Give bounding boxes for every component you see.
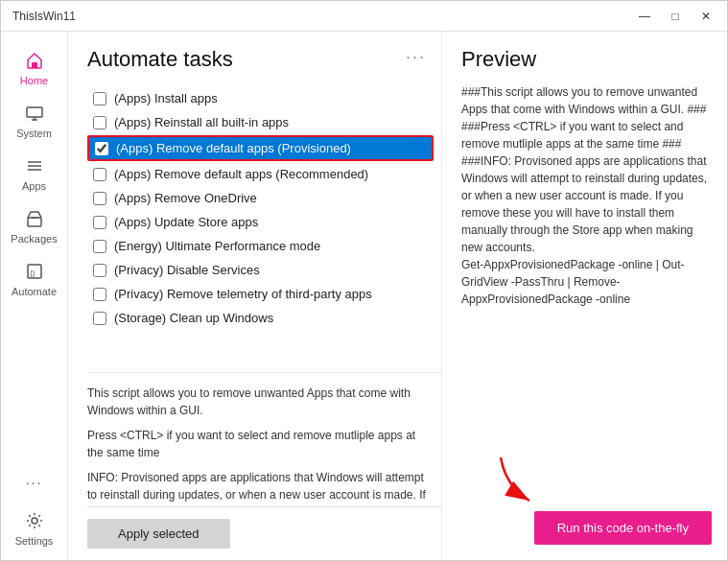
main-layout: Home System — [1, 32, 727, 560]
left-panel-header: Automate tasks ··· — [87, 47, 441, 72]
task-checkbox-install-apps[interactable] — [93, 92, 106, 105]
task-item-install-apps[interactable]: (Apps) Install apps — [87, 87, 434, 109]
task-label-remove-default-recommended: (Apps) Remove default apps (Recommended) — [114, 167, 368, 181]
task-checkbox-ultimate-performance[interactable] — [93, 240, 106, 253]
sidebar-label-system: System — [16, 128, 52, 139]
task-checkbox-remove-default-recommended[interactable] — [93, 168, 106, 181]
sidebar-item-apps[interactable]: Apps — [1, 145, 67, 198]
task-item-remove-default-provisioned[interactable]: (Apps) Remove default apps (Provisioned) — [87, 135, 434, 161]
content-area: Automate tasks ··· (Apps) Install apps (… — [68, 32, 727, 560]
task-label-reinstall-builtin: (Apps) Reinstall all built-in apps — [114, 115, 289, 129]
sidebar-label-apps: Apps — [22, 180, 46, 192]
description-para1: This script allows you to remove unwante… — [87, 385, 426, 419]
content-inner: Automate tasks ··· (Apps) Install apps (… — [68, 32, 727, 560]
task-item-remove-onedrive[interactable]: (Apps) Remove OneDrive — [87, 187, 434, 209]
minimize-button[interactable]: — — [631, 5, 658, 28]
sidebar-label-home: Home — [20, 75, 48, 86]
sidebar-item-system[interactable]: System — [1, 92, 67, 145]
packages-icon — [23, 207, 46, 230]
svg-point-9 — [32, 518, 37, 524]
run-code-button[interactable]: Run this code on-the-fly — [534, 511, 712, 545]
main-window: ThisIsWin11 — □ ✕ Home — [0, 0, 728, 561]
sidebar-item-packages[interactable]: Packages — [1, 198, 67, 250]
left-panel-title: Automate tasks — [87, 47, 233, 72]
right-panel: Preview ###This script allows you to rem… — [442, 32, 727, 560]
task-list: (Apps) Install apps (Apps) Reinstall all… — [87, 87, 441, 364]
more-icon: ··· — [23, 471, 46, 494]
apps-icon — [23, 154, 46, 177]
task-checkbox-disable-services[interactable] — [93, 264, 106, 277]
task-item-update-store[interactable]: (Apps) Update Store apps — [87, 211, 434, 233]
run-btn-container: Run this code on-the-fly — [461, 500, 712, 545]
svg-rect-1 — [27, 107, 42, 117]
task-label-ultimate-performance: (Energy) Ultimate Performance mode — [114, 239, 320, 253]
preview-content: ###This script allows you to remove unwa… — [461, 83, 712, 500]
bottom-bar-left: Apply selected — [87, 506, 441, 560]
task-label-update-store: (Apps) Update Store apps — [114, 215, 258, 229]
task-item-reinstall-builtin[interactable]: (Apps) Reinstall all built-in apps — [87, 111, 434, 133]
home-icon — [23, 49, 46, 72]
task-label-remove-onedrive: (Apps) Remove OneDrive — [114, 191, 257, 205]
svg-rect-5 — [28, 218, 41, 226]
left-panel-dots-menu[interactable]: ··· — [406, 47, 426, 67]
task-checkbox-remove-telemetry[interactable] — [93, 288, 106, 301]
sidebar-bottom: ··· Settings — [1, 461, 67, 552]
task-item-ultimate-performance[interactable]: (Energy) Ultimate Performance mode — [87, 235, 434, 257]
task-checkbox-update-store[interactable] — [93, 216, 106, 229]
automate-icon: {} — [23, 260, 46, 283]
maximize-button[interactable]: □ — [662, 5, 689, 28]
task-checkbox-remove-default-provisioned[interactable] — [95, 142, 108, 155]
sidebar-item-home[interactable]: Home — [1, 39, 67, 92]
task-checkbox-remove-onedrive[interactable] — [93, 192, 106, 205]
svg-rect-0 — [32, 62, 37, 68]
settings-icon — [23, 509, 46, 532]
svg-text:{}: {} — [30, 269, 35, 277]
task-label-remove-default-provisioned: (Apps) Remove default apps (Provisioned) — [116, 141, 351, 155]
sidebar-label-automate: Automate — [12, 286, 57, 297]
window-title: ThisIsWin11 — [12, 10, 76, 23]
sidebar-item-automate[interactable]: {} Automate — [1, 250, 67, 303]
task-item-remove-default-recommended[interactable]: (Apps) Remove default apps (Recommended) — [87, 163, 434, 185]
apply-selected-button[interactable]: Apply selected — [87, 519, 230, 549]
system-icon — [23, 102, 46, 125]
task-item-disable-services[interactable]: (Privacy) Disable Services — [87, 259, 434, 281]
description-box: This script allows you to remove unwante… — [87, 372, 441, 506]
close-button[interactable]: ✕ — [693, 5, 719, 28]
preview-text: ###This script allows you to remove unwa… — [461, 85, 707, 306]
task-item-remove-telemetry[interactable]: (Privacy) Remove telemetry of third-part… — [87, 283, 434, 305]
task-label-remove-telemetry: (Privacy) Remove telemetry of third-part… — [114, 287, 372, 301]
sidebar-label-settings: Settings — [15, 535, 54, 547]
sidebar-item-more[interactable]: ··· — [1, 461, 67, 500]
task-item-clean-windows[interactable]: (Storage) Clean up Windows — [87, 307, 434, 329]
description-para3: INFO: Provisoned apps are applications t… — [87, 469, 426, 506]
task-checkbox-clean-windows[interactable] — [93, 312, 106, 325]
arrow-icon — [491, 453, 549, 510]
title-bar: ThisIsWin11 — □ ✕ — [1, 1, 727, 32]
sidebar-item-settings[interactable]: Settings — [1, 500, 67, 552]
task-checkbox-reinstall-builtin[interactable] — [93, 116, 106, 129]
task-label-disable-services: (Privacy) Disable Services — [114, 263, 260, 277]
left-panel: Automate tasks ··· (Apps) Install apps (… — [68, 32, 442, 560]
task-label-clean-windows: (Storage) Clean up Windows — [114, 311, 273, 325]
window-controls: — □ ✕ — [631, 5, 719, 28]
task-label-install-apps: (Apps) Install apps — [114, 91, 218, 105]
sidebar: Home System — [1, 32, 68, 560]
preview-title: Preview — [461, 47, 712, 72]
description-para2: Press <CTRL> if you want to select and r… — [87, 427, 426, 461]
sidebar-label-packages: Packages — [11, 233, 57, 245]
